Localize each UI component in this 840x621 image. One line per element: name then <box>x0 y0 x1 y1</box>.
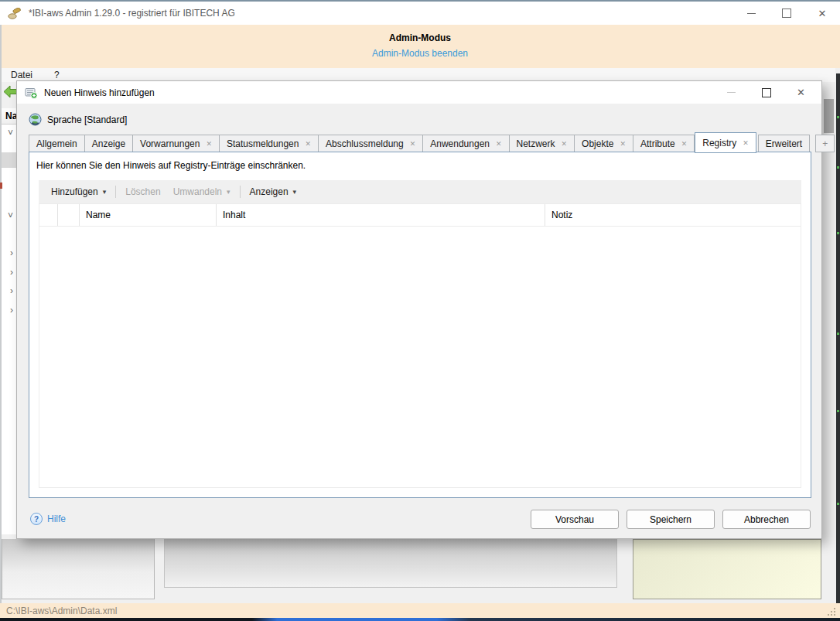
add-note-icon <box>25 87 38 99</box>
editor-scroll-mark <box>837 503 839 505</box>
menu-datei[interactable]: Datei <box>11 70 32 80</box>
close-tab-icon[interactable]: ✕ <box>743 139 749 147</box>
screen: *IBI-aws Admin 1.29.0 - registriert für … <box>0 0 840 621</box>
column-header-inhalt[interactable]: Inhalt <box>217 204 545 226</box>
notes-panel <box>633 539 821 599</box>
dialog-maximize-button[interactable] <box>749 81 784 104</box>
umwandeln-button: Umwandeln ▾ <box>167 183 237 201</box>
minimize-button[interactable] <box>733 2 769 25</box>
statusbar-file-path: C:\IBI-aws\Admin\Data.xml <box>6 606 117 616</box>
tab-attribute[interactable]: Attribute ✕ <box>633 135 695 152</box>
anzeigen-button[interactable]: Anzeigen ▾ <box>244 183 303 201</box>
toolbar-separator <box>115 186 116 198</box>
dialog-titlebar: Neuen Hinweis hinzufügen ✕ <box>17 81 821 104</box>
tree-selected-row[interactable] <box>2 152 16 168</box>
detail-panel-bottom <box>164 539 617 588</box>
dialog-footer: ? Hilfe Vorschau Speichern Abbrechen <box>17 498 821 538</box>
dropdown-icon: ▾ <box>227 188 230 196</box>
dropdown-icon: ▾ <box>293 188 297 196</box>
admin-mode-exit-link[interactable]: Admin-Modus beenden <box>372 48 468 59</box>
tab-erweitert[interactable]: Erweitert <box>758 135 810 152</box>
tab-abschlussmeldung[interactable]: Abschlussmeldung ✕ <box>319 135 423 152</box>
help-icon: ? <box>30 513 43 525</box>
header-spacer <box>39 204 58 226</box>
dialog-close-button[interactable]: ✕ <box>784 81 818 104</box>
abbrechen-button[interactable]: Abbrechen <box>722 510 811 529</box>
dialog-title: Neuen Hinweis hinzufügen <box>44 87 155 98</box>
close-tab-icon[interactable]: ✕ <box>410 140 416 148</box>
admin-mode-banner: Admin-Modus Admin-Modus beenden <box>0 25 840 68</box>
tab-allgemein[interactable]: Allgemein <box>29 135 85 152</box>
menu-help[interactable]: ? <box>54 70 60 80</box>
chevron-down-icon[interactable]: ˅ <box>8 128 13 138</box>
app-titlebar: *IBI-aws Admin 1.29.0 - registriert für … <box>0 2 840 25</box>
language-selector[interactable]: Sprache [Standard] <box>29 113 127 126</box>
tree-panel <box>2 125 16 534</box>
language-label: Sprache [Standard] <box>47 114 127 125</box>
close-button[interactable]: ✕ <box>804 2 840 25</box>
window-title: *IBI-aws Admin 1.29.0 - registriert für … <box>29 8 235 19</box>
tab-netzwerk[interactable]: Netzwerk ✕ <box>510 135 575 152</box>
column-header-notiz[interactable]: Notiz <box>545 204 801 226</box>
speichern-button[interactable]: Speichern <box>627 510 715 529</box>
main-scrollbar-thumb[interactable] <box>824 99 834 133</box>
tree-panel-bottom <box>2 539 155 599</box>
registry-table-header: Name Inhalt Notiz <box>39 204 801 227</box>
help-link[interactable]: ? Hilfe <box>30 513 66 525</box>
chevron-right-icon[interactable]: › <box>10 305 13 316</box>
close-tab-icon[interactable]: ✕ <box>496 140 502 148</box>
dialog-minimize-button[interactable] <box>714 81 749 104</box>
tab-registry[interactable]: Registry ✕ <box>695 132 756 153</box>
tabstrip: Allgemein Anzeige Vorwarnungen ✕ Statusm… <box>29 132 811 152</box>
tree-item-icon <box>0 183 2 189</box>
dialog-neuen-hinweis: Neuen Hinweis hinzufügen ✕ Sprache [Stan… <box>16 80 822 539</box>
resize-grip-icon[interactable] <box>826 608 835 616</box>
dropdown-icon: ▾ <box>103 188 107 196</box>
registry-toolbar: Hinzufügen ▾ Löschen Umwandeln ▾ Anzeige… <box>39 180 801 203</box>
tab-anzeige[interactable]: Anzeige <box>85 135 133 152</box>
globe-icon <box>29 113 42 126</box>
header-spacer <box>58 204 80 226</box>
editor-scroll-mark <box>837 410 839 412</box>
editor-scroll-mark <box>837 116 839 118</box>
chevron-right-icon[interactable]: › <box>10 285 13 296</box>
editor-scroll-mark <box>837 333 839 335</box>
tab-statusmeldungen[interactable]: Statusmeldungen ✕ <box>220 135 319 152</box>
registry-table: Name Inhalt Notiz <box>39 203 801 488</box>
close-tab-icon[interactable]: ✕ <box>620 140 626 148</box>
close-tab-icon[interactable]: ✕ <box>562 140 568 148</box>
tab-anwendungen[interactable]: Anwendungen ✕ <box>423 135 509 152</box>
editor-scroll-mark <box>837 166 839 169</box>
close-tab-icon[interactable]: ✕ <box>681 140 688 148</box>
close-tab-icon[interactable]: ✕ <box>206 140 212 148</box>
background-app-edge <box>836 73 840 618</box>
main-scrollbar-track[interactable] <box>822 82 835 599</box>
close-tab-icon[interactable]: ✕ <box>305 140 311 148</box>
toolbar-separator <box>240 186 241 198</box>
editor-scroll-mark <box>837 232 839 234</box>
app-icon <box>8 8 22 19</box>
hinzufuegen-button[interactable]: Hinzufügen ▾ <box>45 183 112 201</box>
admin-mode-title: Admin-Modus <box>0 32 840 43</box>
chevron-right-icon[interactable]: › <box>10 247 13 258</box>
chevron-down-icon[interactable]: ˅ <box>8 210 13 221</box>
add-tab-button[interactable]: + <box>815 135 835 152</box>
taskbar-sliver <box>0 618 840 621</box>
statusbar: C:\IBI-aws\Admin\Data.xml <box>0 603 840 618</box>
registry-tab-panel: Hier können Sie den Hinweis auf Registry… <box>29 152 811 498</box>
vorschau-button[interactable]: Vorschau <box>531 510 619 529</box>
tab-vorwarnungen[interactable]: Vorwarnungen ✕ <box>133 135 220 152</box>
maximize-button[interactable] <box>769 2 804 25</box>
chevron-right-icon[interactable]: › <box>10 267 13 278</box>
registry-info-text: Hier können Sie den Hinweis auf Registry… <box>36 160 306 171</box>
loeschen-button: Löschen <box>119 183 166 201</box>
tab-objekte[interactable]: Objekte ✕ <box>575 135 633 152</box>
column-header-name[interactable]: Name <box>80 204 217 226</box>
